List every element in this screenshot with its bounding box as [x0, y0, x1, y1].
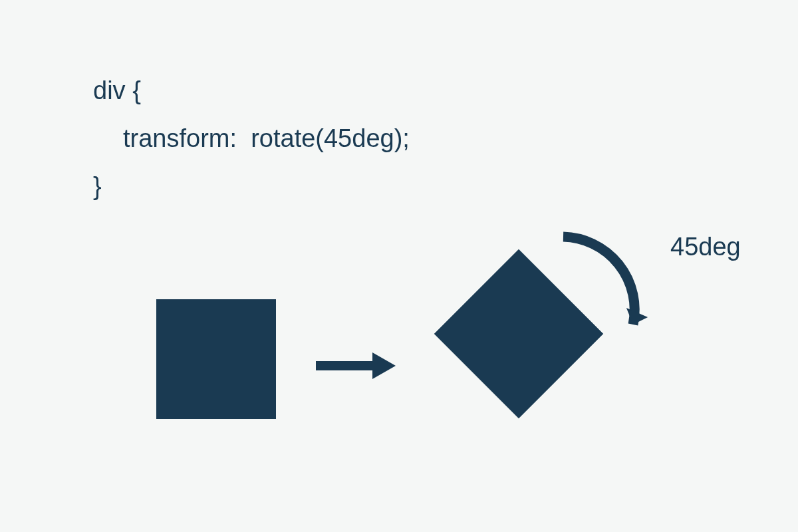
rotation-diagram: 45deg: [0, 253, 798, 532]
original-square: [156, 299, 276, 419]
angle-label: 45deg: [670, 233, 741, 261]
rotation-arc-icon: [553, 225, 686, 358]
svg-rect-0: [316, 361, 376, 370]
svg-marker-1: [372, 352, 396, 379]
code-line-property: transform: rotate(45deg);: [93, 114, 410, 162]
code-line-selector: div {: [93, 66, 410, 114]
css-code-snippet: div { transform: rotate(45deg); }: [93, 66, 410, 211]
arrow-right-icon: [316, 352, 396, 379]
code-line-close: }: [93, 162, 410, 210]
